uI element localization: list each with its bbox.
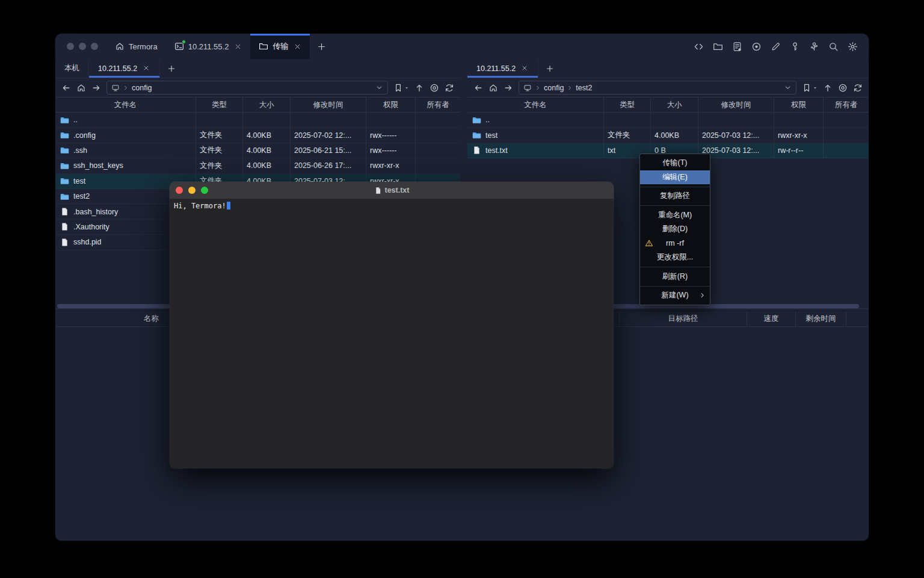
keychain-icon[interactable] (809, 42, 819, 52)
folder-icon (472, 116, 481, 125)
record-icon[interactable] (751, 42, 762, 52)
right-pathbar: configtest2 (467, 78, 869, 97)
bookmark-dropdown-icon[interactable] (813, 85, 818, 90)
main-tab-label: 10.211.55.2 (188, 42, 229, 51)
chevron-down-icon[interactable] (375, 84, 383, 92)
upload-button[interactable] (414, 83, 424, 93)
folder-icon[interactable] (713, 42, 723, 52)
log-icon[interactable] (732, 42, 742, 52)
menu-item-删除(D)[interactable]: 删除(D) (640, 222, 710, 237)
right-panel-new-tab-button[interactable] (538, 59, 561, 78)
column-header-5[interactable]: 所有者 (824, 98, 869, 112)
forward-button[interactable] (91, 83, 101, 93)
right-path-input[interactable]: configtest2 (519, 81, 796, 95)
forward-button[interactable] (504, 83, 513, 93)
file-name-cell: .. (467, 113, 604, 127)
column-header-4[interactable]: 权限 (366, 98, 416, 112)
menu-item-新建(W)[interactable]: 新建(W) (640, 288, 710, 303)
column-header-4[interactable]: 权限 (774, 98, 824, 112)
file-row-.config[interactable]: .config文件夹4.00KB2025-07-02 12:...rwx----… (55, 128, 460, 143)
home-button[interactable] (488, 83, 498, 93)
menu-item-编辑(E)[interactable]: 编辑(E) (640, 170, 710, 185)
home-button[interactable] (76, 83, 86, 93)
computer-icon (111, 84, 120, 92)
left-path-input[interactable]: config (106, 81, 388, 95)
menu-item-刷新(R)[interactable]: 刷新(R) (640, 270, 710, 284)
file-cell: rwxr-xr-x (774, 128, 824, 142)
path-segment[interactable]: config (132, 84, 152, 92)
file-name-cell: .ssh (55, 143, 196, 158)
menu-item-更改权限...[interactable]: 更改权限... (640, 250, 710, 265)
file-row-ssh_host_keys[interactable]: ssh_host_keys文件夹4.00KB2025-06-26 17:...r… (55, 158, 460, 173)
file-cell (824, 143, 869, 158)
path-segment[interactable]: test2 (576, 84, 592, 92)
column-header-1[interactable]: 类型 (604, 98, 651, 112)
editor-close-button[interactable] (176, 187, 183, 194)
show-hidden-button[interactable] (838, 83, 848, 93)
main-tab-10.211.55.2[interactable]: 10.211.55.2 (166, 34, 251, 59)
file-name-cell: test.txt (467, 143, 604, 158)
close-window-button[interactable] (67, 43, 74, 50)
maximize-window-button[interactable] (91, 43, 98, 50)
search-icon[interactable] (828, 42, 839, 52)
close-tab-icon[interactable] (143, 64, 150, 72)
main-tab-传输[interactable]: 传输 (250, 34, 310, 59)
file-name-cell: .. (55, 113, 196, 127)
editor-minimize-button[interactable] (188, 187, 196, 194)
bookmark-icon[interactable] (802, 83, 812, 93)
menu-item-rm -rf[interactable]: rm -rf (640, 237, 710, 251)
back-button[interactable] (473, 83, 483, 93)
back-button[interactable] (61, 83, 71, 93)
main-tab-Termora[interactable]: Termora (106, 34, 166, 59)
show-hidden-button[interactable] (430, 83, 439, 93)
editor-maximize-button[interactable] (201, 187, 208, 194)
close-tab-icon[interactable] (294, 43, 301, 51)
editor-titlebar[interactable]: test.txt (170, 182, 614, 199)
column-header-1[interactable]: 类型 (196, 98, 243, 112)
file-row-.ssh[interactable]: .ssh文件夹4.00KB2025-06-21 15:...rwx------ (55, 143, 460, 158)
file-cell: 2025-07-03 12:... (698, 128, 774, 142)
close-tab-icon[interactable] (234, 43, 242, 51)
bookmark-icon[interactable] (393, 83, 403, 93)
menu-item-复制路径[interactable]: 复制路径 (640, 189, 710, 204)
bookmark-group (393, 83, 409, 93)
file-cell: rwxr-xr-x (366, 158, 416, 173)
menu-item-重命名(M)[interactable]: 重命名(M) (640, 208, 710, 223)
file-row-..[interactable]: .. (55, 113, 460, 128)
file-cell (196, 113, 243, 127)
menu-item-传输(T)[interactable]: 传输(T) (640, 156, 710, 170)
edit-icon[interactable] (771, 42, 781, 52)
close-tab-icon[interactable] (521, 64, 529, 72)
chevron-down-icon[interactable] (784, 84, 792, 92)
file-row-test[interactable]: test文件夹4.00KB2025-07-03 12:...rwxr-xr-x (467, 128, 869, 143)
column-header-0[interactable]: 文件名 (467, 98, 604, 112)
left-panel-tab-本机[interactable]: 本机 (55, 59, 89, 78)
minimize-window-button[interactable] (79, 43, 86, 50)
refresh-button[interactable] (445, 83, 454, 93)
menu-item-label: 编辑(E) (662, 172, 688, 182)
refresh-button[interactable] (853, 83, 863, 93)
key-icon[interactable] (790, 42, 800, 52)
settings-icon[interactable] (848, 42, 858, 52)
editor-content[interactable]: Hi, Termora! (170, 199, 614, 468)
folder-icon (60, 192, 69, 201)
file-icon (60, 238, 69, 247)
column-header-0[interactable]: 文件名 (55, 98, 196, 112)
file-row-..[interactable]: .. (467, 113, 869, 128)
left-panel-new-tab-button[interactable] (160, 59, 183, 78)
column-header-3[interactable]: 修改时间 (291, 98, 366, 112)
file-cell: 4.00KB (243, 128, 291, 142)
column-header-2[interactable]: 大小 (651, 98, 698, 112)
column-header-5[interactable]: 所有者 (416, 98, 460, 112)
upload-button[interactable] (823, 83, 833, 93)
code-icon[interactable] (694, 42, 704, 52)
file-name-text: ssh_host_keys (73, 161, 123, 170)
path-segment[interactable]: config (544, 84, 564, 92)
right-panel-tab-10.211.55.2[interactable]: 10.211.55.2 (467, 59, 538, 78)
bookmark-dropdown-icon[interactable] (404, 85, 409, 90)
new-main-tab-button[interactable] (310, 34, 333, 59)
left-panel-tab-10.211.55.2[interactable]: 10.211.55.2 (89, 59, 160, 78)
file-name-text: test (73, 177, 85, 185)
column-header-2[interactable]: 大小 (243, 98, 291, 112)
column-header-3[interactable]: 修改时间 (698, 98, 774, 112)
